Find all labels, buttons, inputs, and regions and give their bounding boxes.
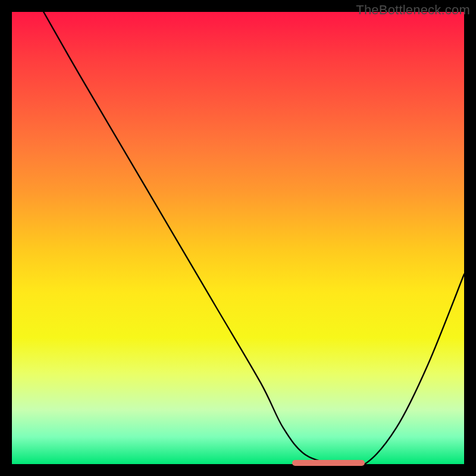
optimal-range-marker xyxy=(292,460,365,466)
bottleneck-curve xyxy=(43,12,464,464)
plot-area xyxy=(12,12,464,464)
chart-frame: TheBottleneck.com xyxy=(0,0,476,476)
curve-svg xyxy=(12,12,464,464)
watermark-text: TheBottleneck.com xyxy=(356,2,470,18)
